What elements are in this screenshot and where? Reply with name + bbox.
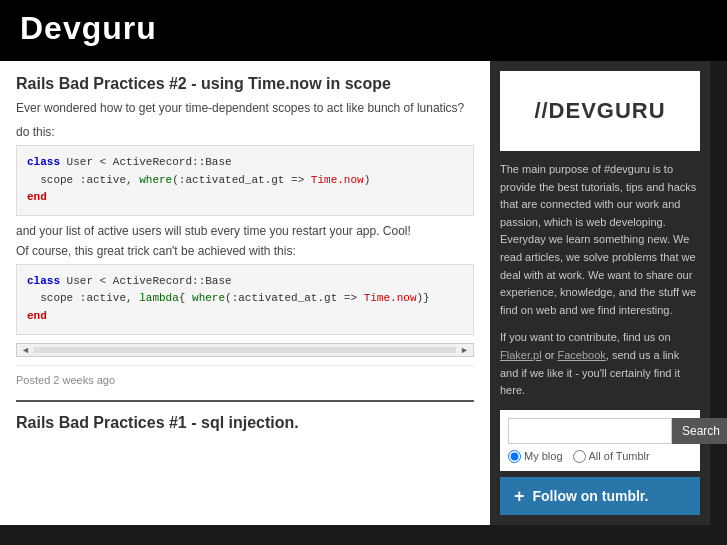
search-input-row: Search xyxy=(508,418,692,444)
article-1-title-link[interactable]: Rails Bad Practices #2 - using Time.now … xyxy=(16,75,391,92)
scroll-right-arrow[interactable]: ► xyxy=(460,345,469,355)
search-button[interactable]: Search xyxy=(672,418,727,444)
article-2-title: Rails Bad Practices #1 - sql injection. xyxy=(16,414,474,432)
facebook-link[interactable]: Facebook xyxy=(557,349,605,361)
article-1: Rails Bad Practices #2 - using Time.now … xyxy=(16,75,474,386)
page-layout: Rails Bad Practices #2 - using Time.now … xyxy=(0,61,727,525)
search-radio-row: My blog All of Tumblr xyxy=(508,450,692,463)
article-1-title: Rails Bad Practices #2 - using Time.now … xyxy=(16,75,474,93)
article-separator xyxy=(16,400,474,402)
plus-icon: + xyxy=(514,487,525,505)
flaker-link[interactable]: Flaker.pl xyxy=(500,349,542,361)
article-1-meta: Posted 2 weeks ago xyxy=(16,365,474,386)
sidebar-description-1: The main purpose of #devguru is to provi… xyxy=(500,161,700,319)
sidebar-logo: //DEVGURU xyxy=(534,98,665,124)
sidebar: //DEVGURU The main purpose of #devguru i… xyxy=(490,61,710,525)
follow-tumblr-label: Follow on tumblr. xyxy=(533,488,649,504)
scroll-left-arrow[interactable]: ◄ xyxy=(21,345,30,355)
follow-tumblr-button[interactable]: + Follow on tumblr. xyxy=(500,477,700,515)
great-trick-link[interactable]: great trick xyxy=(97,244,150,258)
radio-myblog-label: My blog xyxy=(524,450,563,462)
radio-alltumblr[interactable]: All of Tumblr xyxy=(573,450,650,463)
scrollbar-track: · · · · xyxy=(34,347,456,353)
site-header: Devguru xyxy=(0,0,727,61)
sidebar-logo-box: //DEVGURU xyxy=(500,71,700,151)
main-content: Rails Bad Practices #2 - using Time.now … xyxy=(0,61,490,525)
radio-alltumblr-label: All of Tumblr xyxy=(589,450,650,462)
code-scrollbar[interactable]: ◄ · · · · ► xyxy=(16,343,474,357)
radio-myblog-input[interactable] xyxy=(508,450,521,463)
sidebar-description-2: If you want to contribute, find us on Fl… xyxy=(500,329,700,399)
article-1-after-code: and your list of active users will stub … xyxy=(16,224,474,238)
article-1-do-this-label: do this: xyxy=(16,125,474,139)
search-input[interactable] xyxy=(508,418,672,444)
article-1-cant-text: Of course, this great trick can't be ach… xyxy=(16,244,474,258)
code-block-2: class User < ActiveRecord::Base scope :a… xyxy=(16,264,474,335)
radio-myblog[interactable]: My blog xyxy=(508,450,563,463)
sidebar-search-box: Search My blog All of Tumblr xyxy=(500,410,700,471)
article-2-title-link[interactable]: Rails Bad Practices #1 - sql injection. xyxy=(16,414,299,431)
article-1-excerpt: Ever wondered how to get your time-depen… xyxy=(16,99,474,117)
article-2: Rails Bad Practices #1 - sql injection. xyxy=(16,414,474,432)
radio-alltumblr-input[interactable] xyxy=(573,450,586,463)
site-title: Devguru xyxy=(20,10,707,47)
code-block-1: class User < ActiveRecord::Base scope :a… xyxy=(16,145,474,216)
